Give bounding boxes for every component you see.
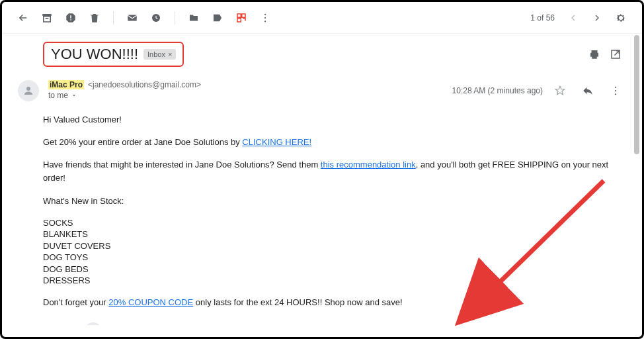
paragraph-3: Don't forget your 20% COUPON CODE only l…: [43, 296, 626, 309]
remove-label-icon[interactable]: ×: [168, 50, 172, 58]
star-icon[interactable]: [549, 80, 571, 101]
next-icon[interactable]: [586, 7, 608, 28]
svg-rect-8: [237, 14, 241, 17]
open-new-window-icon[interactable]: [605, 44, 626, 65]
svg-rect-1: [44, 16, 51, 21]
sender-email: <janedoesolutions@gmail.com>: [88, 80, 201, 89]
to-text: to me: [48, 91, 68, 100]
subject-highlight-box: YOU WON!!!! Inbox ×: [43, 42, 184, 67]
paragraph-2: Have friends that might be interested in…: [43, 158, 626, 185]
svg-point-11: [264, 13, 266, 15]
subject-text: YOU WON!!!!: [51, 46, 138, 63]
svg-rect-0: [42, 14, 52, 16]
svg-rect-2: [46, 18, 49, 19]
mark-unread-icon[interactable]: [122, 7, 143, 28]
coupon-link[interactable]: 20% COUPON CODE: [108, 297, 193, 307]
list-item: DOG TOYS: [43, 252, 626, 264]
svg-rect-6: [128, 15, 137, 21]
svg-point-12: [264, 17, 266, 18]
reply-icon[interactable]: [577, 80, 598, 101]
delete-icon[interactable]: [84, 7, 105, 28]
whats-new-heading: What's New in Stock:: [43, 195, 626, 208]
timestamp: 10:28 AM (2 minutes ago): [452, 86, 543, 95]
scrollbar[interactable]: [634, 35, 639, 326]
label-text: Inbox: [147, 50, 165, 58]
add-to-tasks-icon[interactable]: [231, 7, 252, 28]
labels-icon[interactable]: [207, 7, 228, 28]
list-item: DRESSERS: [43, 275, 626, 287]
prev-icon[interactable]: [563, 7, 584, 28]
svg-rect-10: [237, 18, 241, 21]
reply-avatar: [84, 322, 102, 325]
email-toolbar: 1 of 56: [2, 2, 642, 34]
archive-icon[interactable]: [36, 7, 58, 28]
move-to-icon[interactable]: [183, 7, 204, 28]
separator: [113, 11, 114, 24]
svg-point-15: [26, 87, 30, 91]
recipient-line[interactable]: to me: [48, 91, 443, 100]
svg-rect-4: [70, 15, 71, 19]
print-icon[interactable]: [584, 44, 605, 65]
chevron-down-icon: [71, 92, 77, 99]
snooze-icon[interactable]: [145, 7, 167, 28]
greeting: Hi Valued Customer!: [43, 113, 626, 126]
more-icon[interactable]: [255, 7, 276, 28]
separator: [175, 11, 175, 24]
inbox-label-chip[interactable]: Inbox ×: [143, 49, 176, 60]
sender-avatar[interactable]: [18, 80, 39, 101]
svg-point-16: [615, 87, 616, 88]
sender-name: iMac Pro: [48, 80, 84, 89]
email-body: Hi Valued Customer! Get 20% your entire …: [2, 105, 642, 325]
pagination-count: 1 of 56: [530, 13, 555, 23]
reply-row: Reply Forward: [43, 318, 626, 325]
svg-rect-5: [70, 19, 71, 21]
paragraph-1: Get 20% your entire order at Jane Doe So…: [43, 136, 626, 149]
list-item: SOCKS: [43, 217, 626, 229]
list-item: DOG BEDS: [43, 264, 626, 275]
list-item: BLANKETS: [43, 228, 626, 240]
back-icon[interactable]: [13, 7, 34, 28]
clicking-here-link[interactable]: CLICKING HERE!: [242, 137, 311, 147]
svg-point-17: [615, 90, 616, 91]
list-item: DUVET COVERS: [43, 240, 626, 252]
recommendation-link[interactable]: this recommendation link: [321, 160, 416, 170]
sender-row: iMac Pro <janedoesolutions@gmail.com> to…: [2, 75, 642, 105]
scrollbar-thumb[interactable]: [634, 35, 639, 154]
stock-list: SOCKS BLANKETS DUVET COVERS DOG TOYS DOG…: [43, 217, 626, 287]
more-vertical-icon[interactable]: [605, 80, 626, 101]
subject-row: YOU WON!!!! Inbox ×: [2, 34, 642, 75]
settings-icon[interactable]: [610, 7, 631, 28]
svg-rect-9: [242, 14, 245, 17]
spam-icon[interactable]: [60, 7, 81, 28]
svg-point-18: [615, 93, 616, 95]
svg-point-13: [264, 21, 266, 22]
